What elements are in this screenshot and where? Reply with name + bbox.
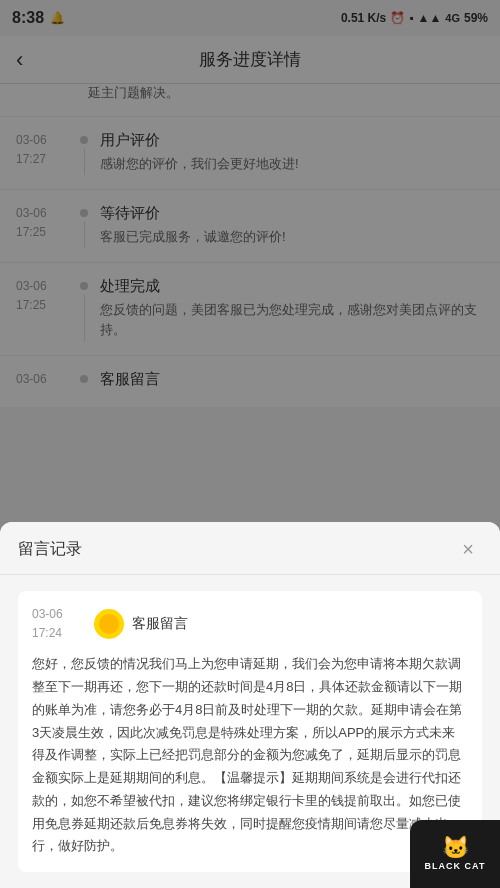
modal-title: 留言记录 bbox=[18, 539, 82, 560]
modal-header: 留言记录 × bbox=[0, 522, 500, 575]
brand-text: BLACK CAT bbox=[425, 861, 486, 871]
comment-date: 03-06 17:24 bbox=[32, 605, 84, 643]
cat-icon: 🐱 bbox=[442, 837, 469, 859]
modal-overlay[interactable]: 留言记录 × 03-06 17:24 客服留言 您好，您反馈的情况我们马上为您申… bbox=[0, 0, 500, 888]
modal-close-button[interactable]: × bbox=[454, 536, 482, 564]
black-cat-watermark: 🐱 BLACK CAT bbox=[410, 820, 500, 888]
comment-header: 03-06 17:24 客服留言 bbox=[32, 605, 468, 643]
avatar bbox=[94, 609, 124, 639]
avatar-inner bbox=[99, 614, 119, 634]
comment-author: 客服留言 bbox=[132, 615, 188, 633]
comment-body: 您好，您反馈的情况我们马上为您申请延期，我们会为您申请将本期欠款调整至下一期再还… bbox=[32, 653, 468, 858]
